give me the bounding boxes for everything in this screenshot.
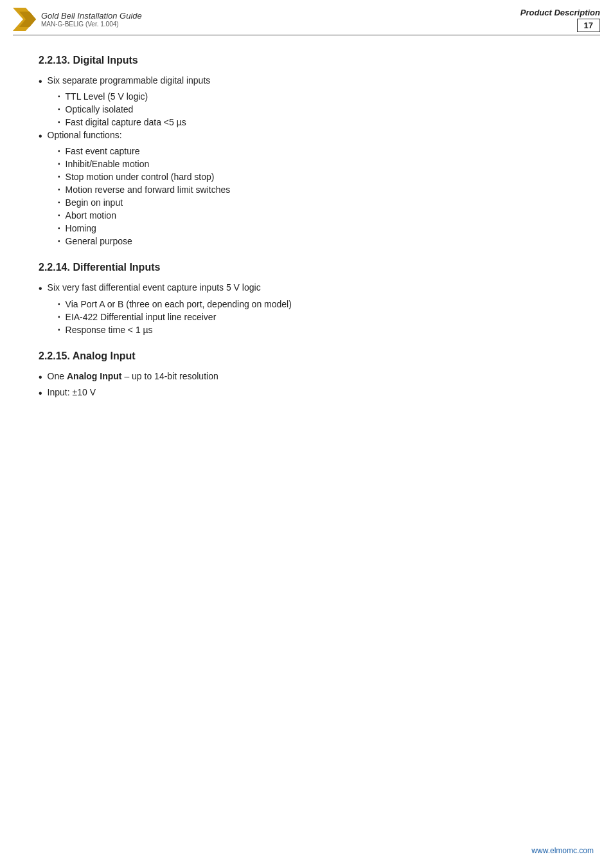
sub-item-text: Stop motion under control (hard stop)	[66, 172, 215, 182]
list-item: Begin on input	[58, 197, 574, 208]
list-item: General purpose	[58, 236, 574, 246]
list-item-text: Six very fast differential event capture…	[48, 282, 261, 293]
svg-marker-1	[19, 12, 36, 27]
analog-input-list: One Analog Input – up to 14-bit resoluti…	[39, 371, 574, 399]
bold-text: Analog Input	[67, 371, 122, 381]
list-item: Optional functions:	[39, 130, 574, 142]
section-2-2-15: 2.2.15. Analog Input One Analog Input – …	[39, 350, 574, 399]
list-item: Inhibit/Enable motion	[58, 159, 574, 169]
sub-item-text: EIA-422 Differential input line receiver	[66, 312, 217, 322]
header-subtitle: MAN-G-BELIG (Ver. 1.004)	[41, 21, 142, 28]
digital-inputs-list: Six separate programmable digital inputs…	[39, 75, 574, 246]
header-right: Product Description 17	[520, 8, 600, 32]
list-item: Abort motion	[58, 210, 574, 221]
sub-item-text: General purpose	[66, 236, 132, 246]
sub-item-text: Begin on input	[66, 197, 123, 208]
list-item-text: One Analog Input – up to 14-bit resoluti…	[48, 371, 218, 381]
sub-item-text: Fast digital capture data <5 µs	[66, 117, 186, 127]
main-content: 2.2.13. Digital Inputs Six separate prog…	[0, 35, 613, 440]
list-item: Motion reverse and forward limit switche…	[58, 185, 574, 195]
section-2-2-14: 2.2.14. Differential Inputs Six very fas…	[39, 262, 574, 334]
sub-item-text: Response time < 1 µs	[66, 325, 153, 335]
differential-inputs-list: Six very fast differential event capture…	[39, 282, 574, 334]
page-header: Gold Bell Installation Guide MAN-G-BELIG…	[0, 0, 613, 35]
digital-inputs-sub-list-1: TTL Level (5 V logic) Optically isolated…	[58, 91, 574, 127]
list-item: EIA-422 Differential input line receiver	[58, 312, 574, 322]
section-2-2-13: 2.2.13. Digital Inputs Six separate prog…	[39, 55, 574, 246]
list-item: Fast digital capture data <5 µs	[58, 117, 574, 127]
sub-item-text: Abort motion	[66, 210, 116, 221]
logo-icon	[13, 8, 36, 31]
page-number-box: 17	[577, 19, 600, 32]
list-item: Six very fast differential event capture…	[39, 282, 574, 294]
list-item: Via Port A or B (three on each port, dep…	[58, 299, 574, 309]
sub-item-text: Inhibit/Enable motion	[66, 159, 150, 169]
header-left: Gold Bell Installation Guide MAN-G-BELIG…	[13, 8, 142, 31]
list-item-text: Optional functions:	[48, 130, 122, 140]
sub-item-text: Homing	[66, 223, 96, 233]
section-heading-text: 2.2.15. Analog Input	[39, 350, 136, 361]
header-title: Gold Bell Installation Guide	[41, 11, 142, 21]
header-title-block: Gold Bell Installation Guide MAN-G-BELIG…	[41, 11, 142, 28]
sub-item-text: TTL Level (5 V logic)	[66, 91, 148, 102]
list-item: TTL Level (5 V logic)	[58, 91, 574, 102]
footer-url[interactable]: www.elmomc.com	[531, 846, 594, 855]
list-item: One Analog Input – up to 14-bit resoluti…	[39, 371, 574, 383]
digital-inputs-sub-list-2: Fast event capture Inhibit/Enable motion…	[58, 146, 574, 246]
sub-item-text: Motion reverse and forward limit switche…	[66, 185, 231, 195]
list-item: Fast event capture	[58, 146, 574, 156]
section-heading-differential-inputs: 2.2.14. Differential Inputs	[39, 262, 574, 273]
sub-item-text: Fast event capture	[66, 146, 140, 156]
differential-inputs-sub-list: Via Port A or B (three on each port, dep…	[58, 299, 574, 335]
product-description-label: Product Description	[520, 8, 600, 17]
section-heading-text: 2.2.13. Digital Inputs	[39, 55, 138, 66]
section-heading-text: 2.2.14. Differential Inputs	[39, 262, 160, 273]
list-item-text: Input: ±10 V	[48, 387, 96, 397]
section-heading-digital-inputs: 2.2.13. Digital Inputs	[39, 55, 574, 66]
sub-item-text: Via Port A or B (three on each port, dep…	[66, 299, 292, 309]
section-heading-analog-input: 2.2.15. Analog Input	[39, 350, 574, 362]
list-item: Stop motion under control (hard stop)	[58, 172, 574, 182]
list-item: Optically isolated	[58, 104, 574, 114]
list-item: Response time < 1 µs	[58, 325, 574, 335]
list-item: Input: ±10 V	[39, 387, 574, 399]
list-item-text: Six separate programmable digital inputs	[48, 75, 211, 86]
sub-item-text: Optically isolated	[66, 104, 134, 114]
list-item: Homing	[58, 223, 574, 233]
list-item: Six separate programmable digital inputs	[39, 75, 574, 87]
